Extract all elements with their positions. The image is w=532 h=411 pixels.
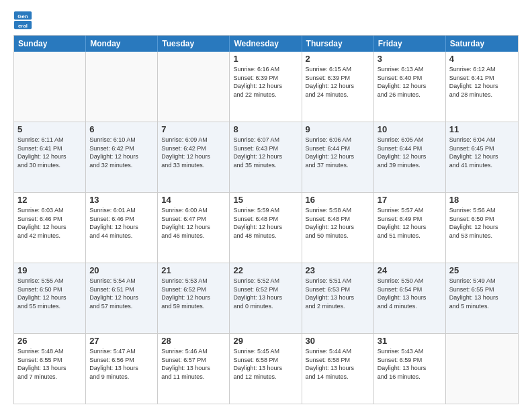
header-day-wednesday: Wednesday xyxy=(230,36,302,52)
cal-cell-30: 30Sunrise: 5:44 AM Sunset: 6:58 PM Dayli… xyxy=(302,334,374,404)
cell-date-14: 14 xyxy=(161,195,226,205)
cal-cell-18: 18Sunrise: 5:56 AM Sunset: 6:50 PM Dayli… xyxy=(446,193,518,263)
cal-cell-22: 22Sunrise: 5:52 AM Sunset: 6:52 PM Dayli… xyxy=(230,263,302,333)
cell-date-6: 6 xyxy=(89,124,154,134)
cell-info-23: Sunrise: 5:51 AM Sunset: 6:53 PM Dayligh… xyxy=(306,277,370,310)
cal-cell-31: 31Sunrise: 5:43 AM Sunset: 6:59 PM Dayli… xyxy=(374,334,446,404)
cell-info-19: Sunrise: 5:55 AM Sunset: 6:50 PM Dayligh… xyxy=(17,277,82,310)
cal-cell-27: 27Sunrise: 5:47 AM Sunset: 6:56 PM Dayli… xyxy=(86,334,158,404)
cell-info-31: Sunrise: 5:43 AM Sunset: 6:59 PM Dayligh… xyxy=(378,347,442,381)
cal-cell-16: 16Sunrise: 5:58 AM Sunset: 6:48 PM Dayli… xyxy=(302,193,374,263)
cal-cell-12: 12Sunrise: 6:03 AM Sunset: 6:46 PM Dayli… xyxy=(14,193,86,263)
cell-info-5: Sunrise: 6:11 AM Sunset: 6:41 PM Dayligh… xyxy=(17,136,82,169)
cell-info-20: Sunrise: 5:54 AM Sunset: 6:51 PM Dayligh… xyxy=(89,277,154,310)
cell-info-9: Sunrise: 6:06 AM Sunset: 6:44 PM Dayligh… xyxy=(306,136,370,169)
calendar-header: SundayMondayTuesdayWednesdayThursdayFrid… xyxy=(14,36,518,52)
cell-info-12: Sunrise: 6:03 AM Sunset: 6:46 PM Dayligh… xyxy=(17,206,82,240)
cell-date-9: 9 xyxy=(306,124,370,134)
cal-cell-24: 24Sunrise: 5:50 AM Sunset: 6:54 PM Dayli… xyxy=(374,263,446,333)
cell-date-24: 24 xyxy=(378,265,442,275)
calendar-body: 1Sunrise: 6:16 AM Sunset: 6:39 PM Daylig… xyxy=(14,52,518,404)
logo-icon: Gen eral xyxy=(13,11,32,30)
cal-cell-3: 3Sunrise: 6:13 AM Sunset: 6:40 PM Daylig… xyxy=(374,52,446,122)
cell-info-27: Sunrise: 5:47 AM Sunset: 6:56 PM Dayligh… xyxy=(89,347,154,381)
header-day-saturday: Saturday xyxy=(446,36,518,52)
cell-date-23: 23 xyxy=(306,265,370,275)
cal-cell-25: 25Sunrise: 5:49 AM Sunset: 6:55 PM Dayli… xyxy=(446,263,518,333)
cell-date-26: 26 xyxy=(17,336,82,346)
cal-cell-empty-0-2 xyxy=(158,52,230,122)
cell-info-26: Sunrise: 5:48 AM Sunset: 6:55 PM Dayligh… xyxy=(17,347,82,381)
cell-info-29: Sunrise: 5:45 AM Sunset: 6:58 PM Dayligh… xyxy=(233,347,298,381)
calendar-row-5: 26Sunrise: 5:48 AM Sunset: 6:55 PM Dayli… xyxy=(14,333,518,404)
cell-date-20: 20 xyxy=(89,265,154,275)
cal-cell-10: 10Sunrise: 6:05 AM Sunset: 6:44 PM Dayli… xyxy=(374,122,446,192)
header-day-sunday: Sunday xyxy=(14,36,86,52)
cal-cell-6: 6Sunrise: 6:10 AM Sunset: 6:42 PM Daylig… xyxy=(86,122,158,192)
cal-cell-5: 5Sunrise: 6:11 AM Sunset: 6:41 PM Daylig… xyxy=(14,122,86,192)
cal-cell-19: 19Sunrise: 5:55 AM Sunset: 6:50 PM Dayli… xyxy=(14,263,86,333)
cell-date-10: 10 xyxy=(378,124,442,134)
cal-cell-empty-0-1 xyxy=(86,52,158,122)
cell-info-1: Sunrise: 6:16 AM Sunset: 6:39 PM Dayligh… xyxy=(233,65,298,99)
cal-cell-11: 11Sunrise: 6:04 AM Sunset: 6:45 PM Dayli… xyxy=(446,122,518,192)
cell-info-11: Sunrise: 6:04 AM Sunset: 6:45 PM Dayligh… xyxy=(449,136,515,169)
cell-info-30: Sunrise: 5:44 AM Sunset: 6:58 PM Dayligh… xyxy=(306,347,370,381)
calendar-row-3: 12Sunrise: 6:03 AM Sunset: 6:46 PM Dayli… xyxy=(14,192,518,263)
cell-date-25: 25 xyxy=(449,265,515,275)
header-day-thursday: Thursday xyxy=(302,36,374,52)
cell-info-3: Sunrise: 6:13 AM Sunset: 6:40 PM Dayligh… xyxy=(378,65,442,99)
cell-info-16: Sunrise: 5:58 AM Sunset: 6:48 PM Dayligh… xyxy=(306,206,370,240)
cell-info-15: Sunrise: 5:59 AM Sunset: 6:48 PM Dayligh… xyxy=(233,206,298,240)
cell-date-22: 22 xyxy=(233,265,298,275)
cell-info-24: Sunrise: 5:50 AM Sunset: 6:54 PM Dayligh… xyxy=(378,277,442,310)
cal-cell-empty-4-6 xyxy=(446,334,518,404)
cell-date-21: 21 xyxy=(161,265,226,275)
cal-cell-17: 17Sunrise: 5:57 AM Sunset: 6:49 PM Dayli… xyxy=(374,193,446,263)
svg-text:Gen: Gen xyxy=(17,13,28,19)
cal-cell-14: 14Sunrise: 6:00 AM Sunset: 6:47 PM Dayli… xyxy=(158,193,230,263)
cell-info-18: Sunrise: 5:56 AM Sunset: 6:50 PM Dayligh… xyxy=(449,206,515,240)
cal-cell-empty-0-0 xyxy=(14,52,86,122)
cell-info-6: Sunrise: 6:10 AM Sunset: 6:42 PM Dayligh… xyxy=(89,136,154,169)
cell-info-28: Sunrise: 5:46 AM Sunset: 6:57 PM Dayligh… xyxy=(161,347,226,381)
cal-cell-28: 28Sunrise: 5:46 AM Sunset: 6:57 PM Dayli… xyxy=(158,334,230,404)
calendar-row-4: 19Sunrise: 5:55 AM Sunset: 6:50 PM Dayli… xyxy=(14,263,518,333)
cell-date-19: 19 xyxy=(17,265,82,275)
cell-date-13: 13 xyxy=(89,195,154,205)
cell-info-13: Sunrise: 6:01 AM Sunset: 6:46 PM Dayligh… xyxy=(89,206,154,240)
cal-cell-9: 9Sunrise: 6:06 AM Sunset: 6:44 PM Daylig… xyxy=(302,122,374,192)
cell-date-5: 5 xyxy=(17,124,82,134)
cal-cell-13: 13Sunrise: 6:01 AM Sunset: 6:46 PM Dayli… xyxy=(86,193,158,263)
cell-info-2: Sunrise: 6:15 AM Sunset: 6:39 PM Dayligh… xyxy=(306,65,370,99)
logo: Gen eral xyxy=(13,11,35,30)
cal-cell-8: 8Sunrise: 6:07 AM Sunset: 6:43 PM Daylig… xyxy=(230,122,302,192)
calendar-row-2: 5Sunrise: 6:11 AM Sunset: 6:41 PM Daylig… xyxy=(14,122,518,192)
cell-info-4: Sunrise: 6:12 AM Sunset: 6:41 PM Dayligh… xyxy=(449,65,515,99)
cell-date-3: 3 xyxy=(378,54,442,64)
cal-cell-20: 20Sunrise: 5:54 AM Sunset: 6:51 PM Dayli… xyxy=(86,263,158,333)
cell-date-27: 27 xyxy=(89,336,154,346)
cell-date-15: 15 xyxy=(233,195,298,205)
cell-date-2: 2 xyxy=(306,54,370,64)
cell-info-8: Sunrise: 6:07 AM Sunset: 6:43 PM Dayligh… xyxy=(233,136,298,169)
cell-date-31: 31 xyxy=(378,336,442,346)
svg-text:eral: eral xyxy=(18,23,28,29)
cell-date-28: 28 xyxy=(161,336,226,346)
cal-cell-7: 7Sunrise: 6:09 AM Sunset: 6:42 PM Daylig… xyxy=(158,122,230,192)
calendar: SundayMondayTuesdayWednesdayThursdayFrid… xyxy=(13,35,519,404)
cal-cell-23: 23Sunrise: 5:51 AM Sunset: 6:53 PM Dayli… xyxy=(302,263,374,333)
cell-info-21: Sunrise: 5:53 AM Sunset: 6:52 PM Dayligh… xyxy=(161,277,226,310)
cell-date-30: 30 xyxy=(306,336,370,346)
cell-info-10: Sunrise: 6:05 AM Sunset: 6:44 PM Dayligh… xyxy=(378,136,442,169)
cell-date-4: 4 xyxy=(449,54,515,64)
cell-info-14: Sunrise: 6:00 AM Sunset: 6:47 PM Dayligh… xyxy=(161,206,226,240)
cell-date-12: 12 xyxy=(17,195,82,205)
cell-date-17: 17 xyxy=(378,195,442,205)
header: Gen eral xyxy=(13,11,519,30)
cell-date-18: 18 xyxy=(449,195,515,205)
cell-date-11: 11 xyxy=(449,124,515,134)
cell-info-25: Sunrise: 5:49 AM Sunset: 6:55 PM Dayligh… xyxy=(449,277,515,310)
cell-info-17: Sunrise: 5:57 AM Sunset: 6:49 PM Dayligh… xyxy=(378,206,442,240)
cell-info-22: Sunrise: 5:52 AM Sunset: 6:52 PM Dayligh… xyxy=(233,277,298,310)
